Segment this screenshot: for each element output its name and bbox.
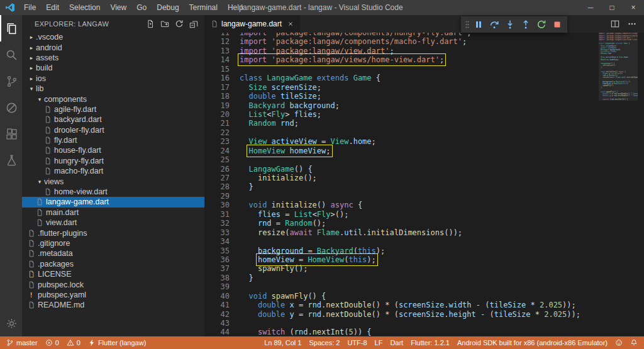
new-folder-icon[interactable] bbox=[160, 19, 169, 28]
refresh-icon[interactable] bbox=[175, 19, 184, 28]
search-icon[interactable] bbox=[0, 42, 22, 68]
code-line[interactable]: 30 void initialize() async { bbox=[204, 201, 599, 209]
status-encoding[interactable]: UTF-8 bbox=[347, 339, 367, 346]
pause-button[interactable] bbox=[470, 17, 486, 32]
debug-icon[interactable] bbox=[0, 94, 22, 121]
line-number[interactable]: 23 bbox=[204, 137, 240, 146]
code-line[interactable]: 38 } bbox=[204, 274, 599, 282]
code-line[interactable]: 35 background = Backyard(this); bbox=[204, 247, 599, 255]
tree-item[interactable]: pubspec.lock bbox=[22, 279, 204, 289]
code-line[interactable]: 27 initialize(); bbox=[204, 174, 599, 182]
tree-item[interactable]: ▸assets bbox=[22, 53, 204, 63]
explorer-icon[interactable] bbox=[0, 15, 22, 42]
tree-item[interactable]: ▸android bbox=[22, 42, 204, 52]
line-number[interactable]: 17 bbox=[204, 83, 240, 92]
minimize-button[interactable]: ─ bbox=[580, 0, 601, 15]
tree-item[interactable]: !pubspec.yaml bbox=[22, 290, 204, 300]
menu-edit[interactable]: Edit bbox=[41, 0, 64, 15]
line-number[interactable]: 31 bbox=[204, 210, 240, 219]
status-language[interactable]: Dart bbox=[390, 339, 403, 346]
code-line[interactable]: 12import 'package:langaw/components/mach… bbox=[204, 37, 599, 46]
line-number[interactable]: 24 bbox=[204, 147, 240, 155]
line-number[interactable]: 40 bbox=[204, 292, 240, 301]
code-line[interactable]: 42 double y = rnd.nextDouble() * (screen… bbox=[204, 310, 599, 319]
code-line[interactable]: 18 double tileSize; bbox=[204, 92, 599, 101]
tree-item[interactable]: house-fly.dart bbox=[22, 145, 204, 155]
tree-item[interactable]: .metadata bbox=[22, 248, 204, 258]
line-number[interactable]: 29 bbox=[204, 192, 240, 201]
tree-item[interactable]: drooler-fly.dart bbox=[22, 125, 204, 135]
minimap[interactable]: import 'package:langaw/components/hungry… bbox=[599, 33, 638, 336]
line-number[interactable]: 14 bbox=[204, 55, 240, 64]
drag-handle-icon[interactable] bbox=[464, 19, 470, 30]
code-line[interactable]: 17 Size screenSize; bbox=[204, 83, 599, 92]
status-flutter-version[interactable]: Flutter: 1.2.1 bbox=[411, 339, 450, 346]
code-line[interactable]: 36 homeView = HomeView(this); bbox=[204, 255, 599, 264]
tree-item[interactable]: .gitignore bbox=[22, 238, 204, 248]
tree-item[interactable]: fly.dart bbox=[22, 135, 204, 145]
line-number[interactable]: 26 bbox=[204, 165, 240, 174]
close-button[interactable]: × bbox=[623, 0, 644, 15]
tree-item[interactable]: agile-fly.dart bbox=[22, 104, 204, 114]
line-number[interactable]: 20 bbox=[204, 110, 240, 119]
menu-selection[interactable]: Selection bbox=[64, 0, 105, 15]
tree-item[interactable]: ▸ios bbox=[22, 74, 204, 84]
tree-item[interactable]: LICENSE bbox=[22, 269, 204, 279]
line-number[interactable]: 11 bbox=[204, 33, 240, 37]
line-number[interactable]: 37 bbox=[204, 264, 240, 273]
maximize-button[interactable]: □ bbox=[601, 0, 623, 15]
minimap-viewport[interactable] bbox=[599, 33, 638, 101]
code-line[interactable]: 23 View activeView = View.home; bbox=[204, 137, 599, 146]
line-number[interactable]: 33 bbox=[204, 228, 240, 237]
code-line[interactable]: 19 Backyard background; bbox=[204, 101, 599, 110]
status-cursor-position[interactable]: Ln 89, Col 1 bbox=[264, 339, 301, 346]
tree-item[interactable]: ▸build bbox=[22, 63, 204, 73]
line-number[interactable]: 38 bbox=[204, 274, 240, 282]
close-tab-icon[interactable] bbox=[287, 21, 294, 27]
line-number[interactable]: 22 bbox=[204, 128, 240, 137]
line-number[interactable]: 12 bbox=[204, 37, 240, 46]
code-line[interactable]: 14import 'package:langaw/views/home-view… bbox=[204, 55, 599, 64]
code-line[interactable]: 34 bbox=[204, 237, 599, 246]
step-over-button[interactable] bbox=[486, 17, 502, 32]
status-errors[interactable]: 0 bbox=[45, 339, 59, 346]
code-line[interactable]: 24 HomeView homeView; bbox=[204, 147, 599, 155]
code-line[interactable]: 39 bbox=[204, 282, 599, 291]
code-line[interactable]: 41 double x = rnd.nextDouble() * (screen… bbox=[204, 301, 599, 309]
line-number[interactable]: 16 bbox=[204, 74, 240, 82]
tree-item[interactable]: ▾components bbox=[22, 94, 204, 104]
step-into-button[interactable] bbox=[502, 17, 518, 32]
test-icon[interactable] bbox=[0, 147, 22, 174]
restart-button[interactable] bbox=[533, 17, 549, 32]
code-line[interactable]: 25 bbox=[204, 155, 599, 164]
settings-icon[interactable] bbox=[0, 310, 22, 336]
tree-item[interactable]: backyard.dart bbox=[22, 114, 204, 125]
code-line[interactable]: 28 } bbox=[204, 182, 599, 191]
line-number[interactable]: 39 bbox=[204, 282, 240, 291]
line-number[interactable]: 41 bbox=[204, 301, 240, 309]
code-line[interactable]: 37 spawnFly(); bbox=[204, 264, 599, 273]
code-line[interactable]: 26 LangawGame() { bbox=[204, 165, 599, 174]
line-number[interactable]: 25 bbox=[204, 155, 240, 164]
menu-file[interactable]: File bbox=[19, 0, 41, 15]
status-warnings[interactable]: 0 bbox=[67, 339, 80, 346]
status-flutter-debug[interactable]: Flutter (langaw) bbox=[88, 339, 146, 346]
line-number[interactable]: 32 bbox=[204, 219, 240, 228]
tree-item[interactable]: .flutter-plugins bbox=[22, 228, 204, 238]
line-number[interactable]: 42 bbox=[204, 310, 240, 319]
new-file-icon[interactable] bbox=[146, 19, 155, 28]
line-number[interactable]: 36 bbox=[204, 255, 240, 264]
line-number[interactable]: 30 bbox=[204, 201, 240, 209]
line-number[interactable]: 13 bbox=[204, 47, 240, 55]
collapse-all-icon[interactable] bbox=[189, 19, 198, 28]
tree-item[interactable]: ▾views bbox=[22, 176, 204, 186]
code-area[interactable]: 11import 'package:langaw/components/hung… bbox=[204, 33, 599, 336]
tab-langaw-game[interactable]: langaw-game.dart bbox=[204, 15, 300, 33]
tree-item[interactable]: ▾lib bbox=[22, 84, 204, 94]
tree-item[interactable]: langaw-game.dart bbox=[22, 197, 204, 207]
split-editor-icon[interactable] bbox=[611, 19, 619, 28]
source-control-icon[interactable] bbox=[0, 68, 22, 94]
menu-view[interactable]: View bbox=[105, 0, 131, 15]
line-number[interactable]: 27 bbox=[204, 174, 240, 182]
tree-item[interactable]: hungry-fly.dart bbox=[22, 156, 204, 166]
